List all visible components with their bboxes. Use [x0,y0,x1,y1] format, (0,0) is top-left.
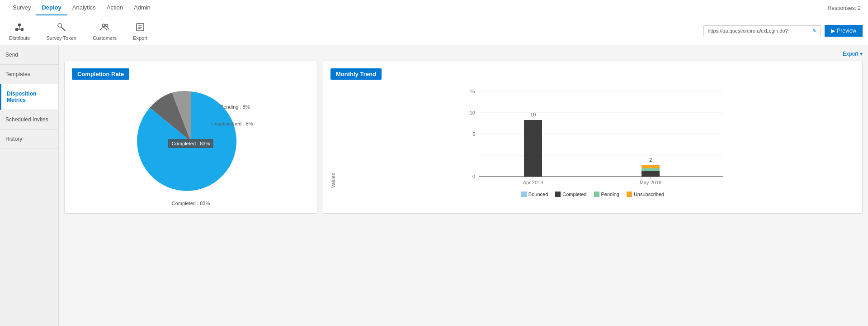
legend-pending-dot [594,192,599,197]
chart-legend: Bounced Completed Pending Unsubscribed [330,192,855,197]
preview-icon: ▶ [831,28,835,34]
nav-analytics[interactable]: Analytics [67,0,101,15]
svg-text:2: 2 [649,157,652,163]
content-area: Export ▾ Completion Rate [59,45,868,326]
sidebar-item-disposition-metrics[interactable]: Disposition Metrics [0,84,58,110]
bar-may-unsubscribed [642,165,660,168]
sidebar-item-templates[interactable]: Templates [0,65,58,84]
nav-survey[interactable]: Survey [7,0,36,15]
bar-chart-svg-container: 15 10 5 0 10 Apr 2019 [338,87,855,188]
pie-label-bottom: Completed : 83% [172,201,210,206]
svg-text:Apr 2019: Apr 2019 [523,180,543,185]
export-icon [134,21,146,34]
export-dropdown-button[interactable]: Export ▾ [843,51,863,57]
pie-chart-container: Completed : 83% Pending : 8% Unsubscribe… [72,87,310,206]
toolbar-survey-token[interactable]: Survey Token [42,19,80,43]
legend-bounced: Bounced [521,192,548,197]
svg-text:10: 10 [470,110,475,115]
nav-deploy[interactable]: Deploy [36,0,66,15]
pie-chart-wrapper: Completed : 83% Pending : 8% Unsubscribe… [137,87,245,197]
legend-bounced-dot [521,192,527,197]
sidebar-item-history[interactable]: History [0,129,58,149]
completion-rate-card: Completion Rate [64,61,317,214]
content-header: Export ▾ [64,51,863,57]
top-nav: Survey Deploy Analytics Action Admin Res… [0,0,868,16]
legend-pending: Pending [594,192,619,197]
sidebar: Send Templates Disposition Metrics Sched… [0,45,59,326]
legend-completed: Completed [555,192,586,197]
svg-point-8 [105,24,108,26]
nav-admin[interactable]: Admin [128,0,156,15]
bar-chart-area: Values 15 10 [330,87,855,188]
y-axis-label: Values [330,87,336,188]
svg-rect-2 [18,24,21,26]
svg-text:10: 10 [530,112,536,117]
bar-chart-svg: 15 10 5 0 10 Apr 2019 [338,87,855,187]
legend-unsubscribed-dot [627,192,632,197]
svg-point-5 [58,24,61,27]
svg-text:May 2019: May 2019 [640,180,661,185]
bar-may-pending [642,168,660,171]
bar-may-completed [642,171,660,177]
edit-icon[interactable]: ✎ [812,28,817,34]
monthly-trend-card: Monthly Trend Values [323,61,863,214]
svg-line-6 [61,27,65,31]
url-box: https://qa.questionpro.a/cxLogin.do? ✎ [703,25,821,36]
svg-text:0: 0 [472,174,475,179]
completion-rate-title: Completion Rate [72,68,129,80]
toolbar: Distribute Survey Token Customers Export… [0,16,868,45]
legend-completed-dot [555,192,561,197]
toolbar-export[interactable]: Export [129,19,151,43]
toolbar-customers[interactable]: Customers [89,19,120,43]
pie-tooltip: Completed : 83% [168,139,213,148]
main-layout: Send Templates Disposition Metrics Sched… [0,45,868,326]
pending-annotation: Pending : 8% [220,104,250,110]
svg-text:15: 15 [470,89,475,94]
nav-action[interactable]: Action [101,0,128,15]
customers-icon [99,21,111,34]
svg-point-7 [102,24,105,27]
unsubscribed-annotation: Unsubscribed : 8% [211,121,253,126]
distribute-icon [13,21,26,34]
monthly-trend-title: Monthly Trend [330,68,382,80]
sidebar-item-send[interactable]: Send [0,45,58,65]
bar-apr-completed [524,120,542,177]
survey-token-icon [55,21,68,34]
charts-row: Completion Rate [64,61,863,214]
responses-count: Responses: 2 [828,5,861,11]
sidebar-item-scheduled-invites[interactable]: Scheduled Invites [0,110,58,129]
toolbar-distribute[interactable]: Distribute [5,19,33,43]
toolbar-right: https://qa.questionpro.a/cxLogin.do? ✎ ▶… [703,25,863,37]
legend-unsubscribed: Unsubscribed [627,192,664,197]
svg-text:5: 5 [472,131,475,137]
preview-button[interactable]: ▶ Preview [825,25,863,37]
